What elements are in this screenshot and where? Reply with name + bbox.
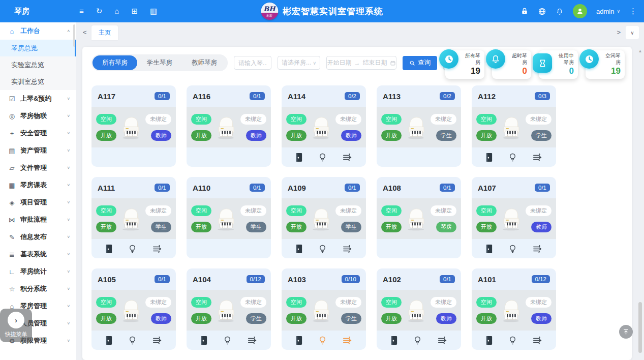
filter-segment-2[interactable]: 教师琴房 xyxy=(182,55,227,70)
room-card-A104[interactable]: A104 0/12 空闲 开放 xyxy=(187,268,271,350)
room-card-A110[interactable]: A110 0/1 空闲 开放 xyxy=(187,177,271,258)
scroll-up-icon[interactable]: ▲ xyxy=(638,49,642,53)
chevron-icon: ∨ xyxy=(67,218,70,222)
room-bind-tag: 未绑定 xyxy=(335,297,361,308)
light-icon[interactable] xyxy=(318,153,327,162)
menu-fold-icon[interactable]: ≡ xyxy=(79,7,84,16)
lock-icon[interactable] xyxy=(520,7,529,15)
light-icon[interactable] xyxy=(318,336,327,345)
sidebar-subitem[interactable]: 实验室总览 xyxy=(0,56,76,73)
sidebar-item-points[interactable]: ☆ 积分系统 ∨ xyxy=(0,280,76,297)
main-scrollbar[interactable]: ▲ xyxy=(638,49,642,359)
air-icon[interactable] xyxy=(532,336,542,345)
query-button[interactable]: 查询 xyxy=(403,56,437,70)
air-icon[interactable] xyxy=(532,153,542,162)
light-icon[interactable] xyxy=(318,244,327,254)
quick-menu-expand-button[interactable]: › xyxy=(8,312,24,328)
sidebar-subitem-label: 琴房总览 xyxy=(11,44,38,53)
back-to-top-button[interactable] xyxy=(619,325,633,339)
room-card-A116[interactable]: A116 0/1 空闲 开放 xyxy=(187,85,271,167)
air-icon[interactable] xyxy=(437,336,447,345)
room-card-A102[interactable]: A102 0/1 空闲 开放 xyxy=(377,268,461,350)
apps-grid-icon[interactable]: ⊞ xyxy=(131,7,138,16)
light-icon[interactable] xyxy=(508,153,517,162)
quick-menu-overlay[interactable]: › 快捷菜单 xyxy=(0,309,32,342)
room-card-A111[interactable]: A111 0/1 空闲 开放 xyxy=(91,177,176,258)
room-type-tag: 学生 xyxy=(151,222,171,232)
tab-actions-button[interactable]: ∨ xyxy=(626,26,639,39)
door-icon[interactable] xyxy=(295,153,303,162)
door-icon[interactable] xyxy=(105,336,113,345)
room-card-A108[interactable]: A108 0/1 空闲 开放 xyxy=(377,177,461,258)
room-bind-tag: 未绑定 xyxy=(431,205,456,216)
room-card-A117[interactable]: A117 0/1 空闲 开放 xyxy=(91,85,176,167)
light-icon[interactable] xyxy=(128,336,137,345)
dashboard-icon[interactable]: ▥ xyxy=(150,7,157,16)
room-status-tag: 空闲 xyxy=(476,205,497,216)
sidebar-item-schedule[interactable]: ▦ 琴房课表 ∨ xyxy=(0,176,76,194)
air-icon[interactable] xyxy=(342,244,352,253)
sidebar-item-shield[interactable]: + 安全管理 ∨ xyxy=(0,125,76,142)
filter-segment-0[interactable]: 所有琴房 xyxy=(93,55,137,70)
room-card-A112[interactable]: A112 0/3 空闲 开放 xyxy=(472,85,556,167)
sidebar-subitem[interactable]: 琴房总览 xyxy=(0,40,76,56)
room-type-tag: 教师 xyxy=(246,130,266,141)
room-select[interactable]: 请选择房... ∨ xyxy=(278,56,320,70)
room-card-A114[interactable]: A114 0/2 空闲 开放 xyxy=(282,85,366,167)
search-input[interactable] xyxy=(234,56,271,70)
air-icon[interactable] xyxy=(532,244,542,253)
air-icon[interactable] xyxy=(152,336,162,345)
sidebar-item-files[interactable]: ▱ 文件管理 ∨ xyxy=(0,159,76,176)
sidebar-item-checkbox[interactable]: ☑ 上琴&预约 ∨ xyxy=(0,90,76,107)
bell-icon[interactable] xyxy=(556,7,564,16)
tabs-scroll-right-icon[interactable]: > xyxy=(617,28,621,36)
sidebar-item-flow[interactable]: ⋈ 审批流程 ∨ xyxy=(0,211,76,228)
sidebar-item-project[interactable]: ◈ 项目管理 ∨ xyxy=(0,194,76,211)
sidebar-item-stats[interactable]: ∟ 琴房统计 ∨ xyxy=(0,263,76,280)
sidebar-item-publish[interactable]: ✎ 信息发布 ∨ xyxy=(0,228,76,246)
user-menu[interactable]: admin ∨ xyxy=(596,8,620,15)
light-icon[interactable] xyxy=(508,336,517,345)
date-range-picker[interactable]: 开始日期 → 结束日期 xyxy=(326,56,396,70)
app-logo: 琴房 xyxy=(0,7,76,16)
room-card-A113[interactable]: A113 0/2 空闲 开放 xyxy=(377,85,461,167)
sidebar-item-tables[interactable]: ≣ 基表系统 ∨ xyxy=(0,246,76,263)
avatar[interactable] xyxy=(573,4,587,18)
door-icon[interactable] xyxy=(295,244,303,254)
room-card-A109[interactable]: A109 0/1 空闲 开放 xyxy=(282,177,366,258)
room-card-A103[interactable]: A103 0/10 空闲 开放 xyxy=(282,268,366,350)
tabs-scroll-left-icon[interactable]: < xyxy=(83,28,87,36)
room-card-header: A112 0/3 xyxy=(472,85,556,107)
air-icon[interactable] xyxy=(342,153,352,162)
door-icon[interactable] xyxy=(105,244,113,254)
light-icon[interactable] xyxy=(413,336,422,345)
sidebar-item-assets[interactable]: ▤ 资产管理 ∨ xyxy=(0,142,76,159)
scrollbar-thumb[interactable] xyxy=(638,302,642,353)
room-controls xyxy=(377,239,461,258)
sidebar-item-pin[interactable]: ◎ 琴房物联 ∨ xyxy=(0,107,76,125)
light-icon[interactable] xyxy=(223,336,232,345)
sidebar-subitem[interactable]: 实训室总览 xyxy=(0,73,76,90)
room-card-A101[interactable]: A101 0/12 空闲 开放 xyxy=(472,268,556,350)
door-icon[interactable] xyxy=(200,336,208,345)
building-icon[interactable]: ⌂ xyxy=(114,7,119,16)
air-icon[interactable] xyxy=(247,336,257,345)
door-icon[interactable] xyxy=(485,244,493,254)
door-icon[interactable] xyxy=(295,336,303,345)
filter-segment-1[interactable]: 学生琴房 xyxy=(137,55,182,70)
refresh-icon[interactable]: ↻ xyxy=(96,7,103,16)
sidebar-item-home[interactable]: ⌂ 工作台 ∧ xyxy=(0,22,76,40)
door-icon[interactable] xyxy=(390,336,398,345)
light-icon[interactable] xyxy=(128,244,137,254)
room-card-A105[interactable]: A105 0/1 空闲 开放 xyxy=(91,268,176,350)
light-icon[interactable] xyxy=(508,244,517,254)
room-status-tag: 空闲 xyxy=(191,205,211,216)
air-icon[interactable] xyxy=(152,244,162,253)
air-icon[interactable] xyxy=(342,336,352,345)
tab-home[interactable]: 主页 xyxy=(91,25,118,40)
door-icon[interactable] xyxy=(485,336,493,345)
more-options-icon[interactable]: ⋮ xyxy=(629,7,637,16)
door-icon[interactable] xyxy=(485,153,493,162)
globe-icon[interactable] xyxy=(538,7,546,16)
room-card-A107[interactable]: A107 0/1 空闲 开放 xyxy=(472,177,556,258)
